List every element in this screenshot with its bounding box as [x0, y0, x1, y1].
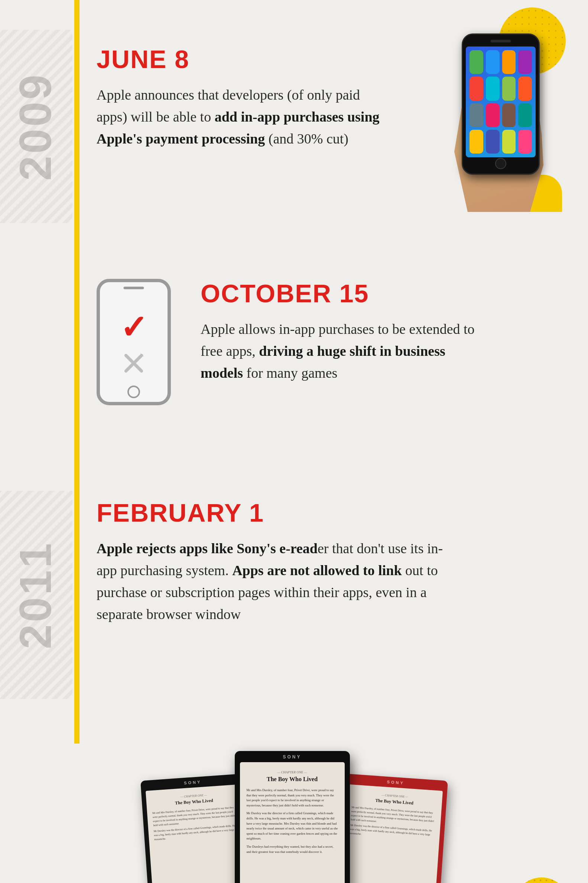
february1-body: Apple rejects apps like Sony's e-reader … — [97, 538, 453, 625]
june8-body: Apple announces that developers (of only… — [97, 84, 386, 150]
october15-date: OCTOBER 15 — [201, 279, 558, 308]
reader-center-screen: — CHAPTER ONE — The Boy Who Lived Mr and… — [240, 762, 345, 883]
page-wrapper: 2009 JUNE 8 Apple announces that develop… — [0, 0, 588, 883]
year-2011-label: 2011 — [0, 498, 70, 692]
section3-content: FEBRUARY 1 Apple rejects apps like Sony'… — [97, 491, 558, 625]
october15-text: OCTOBER 15 Apple allows in-app purchases… — [201, 275, 558, 384]
section-sony-readers: SONY — CHAPTER ONE — The Boy Who Lived M… — [0, 743, 588, 883]
app-store-symbol — [121, 350, 147, 373]
iphone-device — [462, 33, 540, 175]
reader-right-screen: — CHAPTER ONE — The Boy Who Lived Mr and… — [338, 784, 442, 883]
phone-home-button — [495, 158, 506, 169]
sony-readers-container: SONY — CHAPTER ONE — The Boy Who Lived M… — [146, 743, 443, 883]
section-october-15: ✓ OCTOBER 15 — [0, 253, 588, 461]
yellow-line-1 — [74, 0, 80, 253]
phone-speaker — [490, 40, 511, 42]
phone-outline: ✓ — [97, 279, 171, 405]
section1-content: JUNE 8 Apple announces that developers (… — [97, 37, 432, 150]
section-february-1: 2011 FEBRUARY 1 Apple rejects apps like … — [0, 461, 588, 743]
reader-center: SONY — CHAPTER ONE — The Boy Who Lived M… — [235, 751, 350, 883]
yellow-line-2 — [74, 253, 80, 461]
section-june-8: 2009 JUNE 8 Apple announces that develop… — [0, 0, 588, 253]
february1-date: FEBRUARY 1 — [97, 498, 558, 527]
reader-right: SONY — CHAPTER ONE — The Boy Who Lived M… — [333, 774, 448, 883]
phone-screen — [466, 47, 536, 157]
year-2009-label: 2009 — [0, 37, 70, 216]
reader-left-screen: — CHAPTER ONE — The Boy Who Lived Mr and… — [145, 784, 250, 883]
checkmark-icon: ✓ — [120, 311, 147, 344]
section2-content: ✓ OCTOBER 15 — [97, 268, 558, 405]
yellow-line-3 — [74, 461, 80, 743]
yellow-circle-bottom-right — [514, 877, 569, 883]
app-store-phone-area: ✓ — [97, 275, 178, 405]
iphone-image-area — [432, 30, 573, 216]
october15-body: Apple allows in-app purchases to be exte… — [201, 318, 490, 384]
june8-date: JUNE 8 — [97, 45, 432, 74]
